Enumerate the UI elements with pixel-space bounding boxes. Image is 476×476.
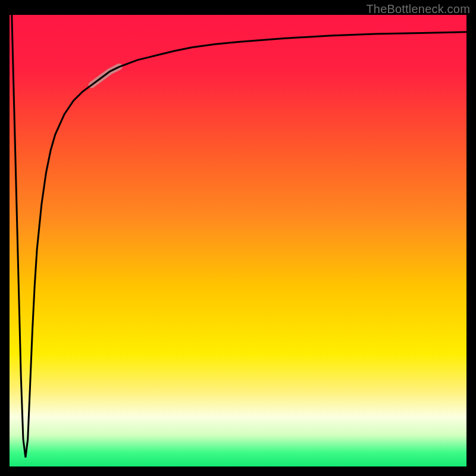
chart-canvas bbox=[10, 15, 466, 466]
gradient-backdrop bbox=[10, 15, 466, 466]
attribution-text: TheBottleneck.com bbox=[366, 2, 470, 16]
chart-frame bbox=[10, 15, 466, 466]
